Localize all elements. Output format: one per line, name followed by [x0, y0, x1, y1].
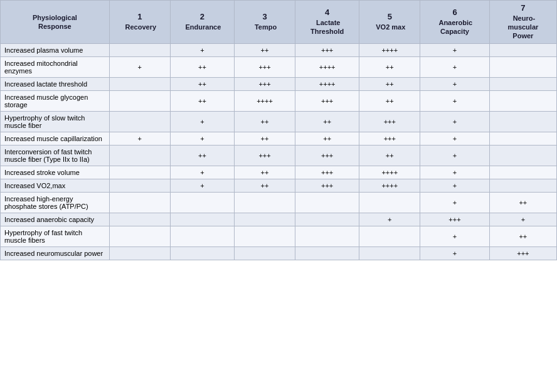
cell-row0-col3: ++	[234, 43, 295, 56]
cell-row1-col3: +++	[234, 56, 295, 77]
cell-row11-col5	[359, 226, 420, 246]
header-col-3: 3 Tempo	[234, 1, 295, 44]
cell-row5-col5: +++	[359, 132, 420, 145]
cell-row5-col6: +	[420, 132, 489, 145]
table-row: Increased plasma volume+++++++++++	[1, 43, 557, 56]
table-row: Hypertrophy of fast twitch muscle fibers…	[1, 226, 557, 246]
cell-row5-col4: ++	[295, 132, 359, 145]
cell-row11-col3	[234, 226, 295, 246]
cell-row9-col2	[170, 192, 234, 213]
cell-row12-col1	[109, 246, 170, 260]
table-row: Increased stroke volume+++++++++++	[1, 166, 557, 179]
cell-row12-col7: +++	[489, 246, 556, 260]
response-label: Increased high-energy phosphate stores (…	[1, 192, 110, 213]
cell-row2-col5: ++	[359, 77, 420, 90]
cell-row8-col6: +	[420, 179, 489, 192]
cell-row4-col7	[489, 111, 556, 132]
cell-row6-col2: ++	[170, 145, 234, 166]
cell-row12-col6: +	[420, 246, 489, 260]
cell-row5-col2: +	[170, 132, 234, 145]
table-row: Interconversion of fast twitch muscle fi…	[1, 145, 557, 166]
header-col-7: 7 Neuro-muscularPower	[489, 1, 556, 44]
cell-row4-col1	[109, 111, 170, 132]
cell-row0-col5: ++++	[359, 43, 420, 56]
cell-row7-col7	[489, 166, 556, 179]
cell-row3-col7	[489, 90, 556, 111]
header-col-6: 6 AnaerobicCapacity	[420, 1, 489, 44]
cell-row12-col2	[170, 246, 234, 260]
cell-row4-col5: +++	[359, 111, 420, 132]
cell-row6-col6: +	[420, 145, 489, 166]
cell-row9-col4	[295, 192, 359, 213]
response-label: Increased lactate threshold	[1, 77, 110, 90]
cell-row7-col3: ++	[234, 166, 295, 179]
cell-row9-col3	[234, 192, 295, 213]
table-row: Increased mitochondrial enzymes+++++++++…	[1, 56, 557, 77]
cell-row3-col4: +++	[295, 90, 359, 111]
cell-row6-col7	[489, 145, 556, 166]
cell-row12-col5	[359, 246, 420, 260]
table-row: Hypertrophy of slow twitch muscle fiber+…	[1, 111, 557, 132]
header-col-1: 1 Recovery	[109, 1, 170, 44]
header-col-2: 2 Endurance	[170, 1, 234, 44]
response-label: Increased muscle capillarization	[1, 132, 110, 145]
cell-row7-col1	[109, 166, 170, 179]
cell-row1-col5: ++	[359, 56, 420, 77]
cell-row9-col1	[109, 192, 170, 213]
cell-row5-col7	[489, 132, 556, 145]
response-label: Hypertrophy of fast twitch muscle fibers	[1, 226, 110, 246]
response-label: Hypertrophy of slow twitch muscle fiber	[1, 111, 110, 132]
cell-row11-col2	[170, 226, 234, 246]
cell-row10-col3	[234, 213, 295, 226]
physiological-response-table: PhysiologicalResponse1 Recovery2 Enduran…	[0, 0, 557, 260]
cell-row9-col7: ++	[489, 192, 556, 213]
response-label: Increased VO2,max	[1, 179, 110, 192]
cell-row8-col4: +++	[295, 179, 359, 192]
table-row: Increased high-energy phosphate stores (…	[1, 192, 557, 213]
cell-row6-col1	[109, 145, 170, 166]
cell-row0-col7	[489, 43, 556, 56]
cell-row0-col6: +	[420, 43, 489, 56]
table-row: Increased lactate threshold++++++++++++	[1, 77, 557, 90]
cell-row4-col4: ++	[295, 111, 359, 132]
response-label: Interconversion of fast twitch muscle fi…	[1, 145, 110, 166]
cell-row2-col3: +++	[234, 77, 295, 90]
cell-row10-col7: +	[489, 213, 556, 226]
cell-row1-col1: +	[109, 56, 170, 77]
cell-row3-col2: ++	[170, 90, 234, 111]
cell-row6-col5: ++	[359, 145, 420, 166]
cell-row6-col3: +++	[234, 145, 295, 166]
cell-row8-col2: +	[170, 179, 234, 192]
cell-row10-col6: +++	[420, 213, 489, 226]
response-label: Increased anaerobic capacity	[1, 213, 110, 226]
cell-row10-col1	[109, 213, 170, 226]
cell-row7-col2: +	[170, 166, 234, 179]
cell-row11-col6: +	[420, 226, 489, 246]
cell-row4-col2: +	[170, 111, 234, 132]
cell-row0-col1	[109, 43, 170, 56]
cell-row1-col4: ++++	[295, 56, 359, 77]
table-row: Increased anaerobic capacity+++++	[1, 213, 557, 226]
cell-row5-col3: ++	[234, 132, 295, 145]
cell-row1-col6: +	[420, 56, 489, 77]
cell-row11-col7: ++	[489, 226, 556, 246]
cell-row2-col1	[109, 77, 170, 90]
cell-row7-col6: +	[420, 166, 489, 179]
cell-row9-col5	[359, 192, 420, 213]
cell-row3-col3: ++++	[234, 90, 295, 111]
table-row: Increased muscle glycogen storage+++++++…	[1, 90, 557, 111]
cell-row3-col6: +	[420, 90, 489, 111]
cell-row4-col3: ++	[234, 111, 295, 132]
cell-row7-col5: ++++	[359, 166, 420, 179]
cell-row8-col5: ++++	[359, 179, 420, 192]
cell-row1-col7	[489, 56, 556, 77]
table-row: Increased muscle capillarization++++++++…	[1, 132, 557, 145]
cell-row8-col7	[489, 179, 556, 192]
response-label: Increased mitochondrial enzymes	[1, 56, 110, 77]
cell-row7-col4: +++	[295, 166, 359, 179]
response-label: Increased stroke volume	[1, 166, 110, 179]
cell-row12-col4	[295, 246, 359, 260]
response-label: Increased plasma volume	[1, 43, 110, 56]
cell-row10-col4	[295, 213, 359, 226]
cell-row0-col2: +	[170, 43, 234, 56]
